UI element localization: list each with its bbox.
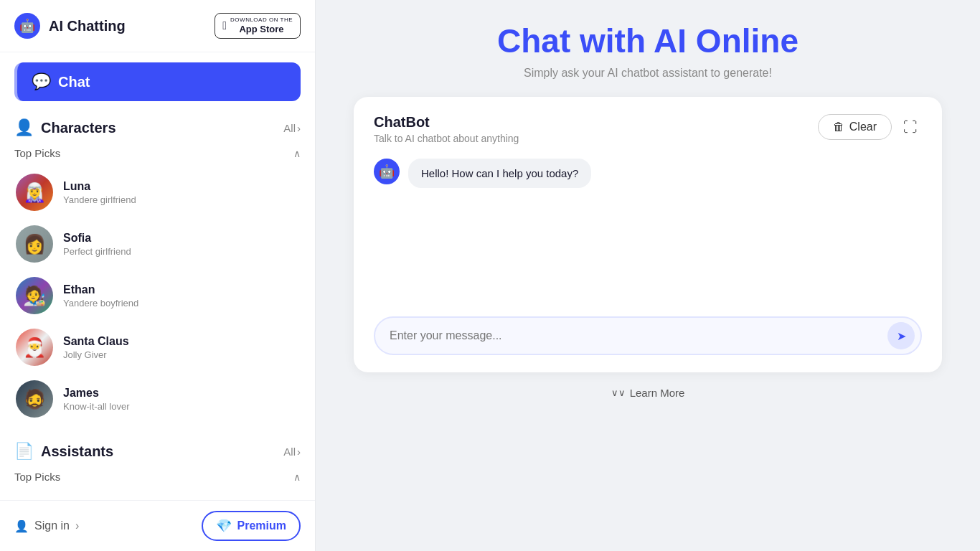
- bot-message-row: 🤖 Hello! How can I help you today?: [374, 159, 922, 188]
- characters-top-picks-row: Top Picks ∧: [0, 143, 315, 166]
- assistants-all-link[interactable]: All ›: [283, 446, 301, 458]
- characters-section-header: 👤 Characters All ›: [0, 108, 315, 143]
- character-item-james[interactable]: 🧔 James Know-it-all lover: [7, 373, 308, 425]
- assistants-title: Assistants: [41, 443, 113, 460]
- sidebar-header: 🤖 AI Chatting  Download on the App Stor…: [0, 0, 315, 52]
- characters-title: Characters: [41, 120, 116, 136]
- character-item-santa[interactable]: 🎅 Santa Claus Jolly Giver: [7, 321, 308, 373]
- assistants-section-header: 📄 Assistants All ›: [0, 432, 315, 466]
- character-desc-ethan: Yandere boyfriend: [63, 298, 299, 309]
- premium-button[interactable]: 💎 Premium: [202, 511, 301, 541]
- character-item-ethan[interactable]: 🧑‍🎨 Ethan Yandere boyfriend: [7, 270, 308, 321]
- send-button[interactable]: ➤: [887, 322, 915, 349]
- character-item-luna[interactable]: 🧝‍♀️ Luna Yandere girlfriend: [7, 166, 308, 218]
- assistants-top-picks-label: Top Picks: [14, 471, 60, 483]
- premium-label: Premium: [237, 519, 286, 532]
- fullscreen-icon: ⛶: [903, 119, 918, 135]
- learn-more-row[interactable]: ∨∨ Learn More: [611, 387, 685, 399]
- character-list: 🧝‍♀️ Luna Yandere girlfriend 👩 Sofia Per…: [0, 166, 315, 425]
- hero-subtitle: Simply ask your AI chatbot assistant to …: [497, 67, 798, 80]
- chat-icon: 💬: [32, 72, 51, 91]
- character-desc-santa: Jolly Giver: [63, 349, 299, 360]
- assistants-section: 📄 Assistants All › Top Picks ∧: [0, 425, 315, 490]
- chatbot-name: ChatBot: [374, 114, 818, 131]
- chevron-down-icon: ∨∨: [611, 387, 626, 398]
- avatar-luna: 🧝‍♀️: [16, 174, 53, 211]
- sign-in-button[interactable]: 👤 Sign in ›: [14, 519, 79, 533]
- avatar-james: 🧔: [16, 380, 53, 418]
- greeting-message: Hello! How can I help you today?: [408, 159, 591, 188]
- message-input-row: ➤: [374, 316, 922, 355]
- chat-nav-button[interactable]: 💬 Chat: [14, 62, 301, 101]
- assistants-top-picks-chevron-icon: ∧: [293, 471, 301, 483]
- character-desc-luna: Yandere girlfriend: [63, 194, 299, 205]
- hero-title: Chat with AI Online: [497, 22, 798, 61]
- logo-icon: 🤖: [14, 13, 40, 39]
- character-name-sofia: Sofia: [63, 232, 299, 245]
- character-desc-sofia: Perfect girlfriend: [63, 246, 299, 257]
- apple-icon: : [222, 19, 227, 32]
- character-item-sofia[interactable]: 👩 Sofia Perfect girlfriend: [7, 218, 308, 270]
- sidebar-footer: 👤 Sign in › 💎 Premium: [0, 500, 315, 551]
- sidebar: 🤖 AI Chatting  Download on the App Stor…: [0, 0, 316, 551]
- chatbot-card: ChatBot Talk to AI chatbot about anythin…: [354, 97, 942, 372]
- characters-icon: 👤: [14, 118, 34, 137]
- user-icon: 👤: [14, 519, 29, 533]
- avatar-ethan: 🧑‍🎨: [16, 277, 53, 314]
- send-icon: ➤: [897, 329, 906, 343]
- app-store-sub: Download on the: [230, 17, 293, 24]
- chat-messages: 🤖 Hello! How can I help you today?: [374, 159, 922, 316]
- character-name-luna: Luna: [63, 180, 299, 193]
- chatbot-card-header: ChatBot Talk to AI chatbot about anythin…: [374, 114, 922, 144]
- character-name-james: James: [63, 387, 299, 400]
- characters-all-link[interactable]: All ›: [283, 122, 301, 134]
- main-content: Chat with AI Online Simply ask your AI c…: [316, 0, 980, 551]
- fullscreen-button[interactable]: ⛶: [899, 115, 922, 140]
- app-title: AI Chatting: [49, 18, 126, 34]
- chatbot-tagline: Talk to AI chatbot about anything: [374, 133, 818, 144]
- assistants-chevron-right-icon: ›: [297, 446, 301, 458]
- bot-avatar: 🤖: [374, 159, 400, 184]
- clear-button[interactable]: 🗑 Clear: [818, 114, 892, 140]
- assistants-top-picks-row: Top Picks ∧: [0, 466, 315, 490]
- message-input[interactable]: [390, 329, 887, 342]
- app-store-button[interactable]:  Download on the App Store: [215, 13, 301, 38]
- avatar-sofia: 👩: [16, 225, 53, 263]
- character-name-santa: Santa Claus: [63, 335, 299, 348]
- top-picks-label: Top Picks: [14, 147, 60, 159]
- diamond-icon: 💎: [216, 518, 232, 534]
- avatar-santa: 🎅: [16, 329, 53, 366]
- sign-in-label: Sign in: [34, 519, 70, 532]
- sign-in-arrow-icon: ›: [75, 519, 79, 532]
- eraser-icon: 🗑: [833, 121, 844, 133]
- clear-label: Clear: [849, 121, 877, 133]
- hero-section: Chat with AI Online Simply ask your AI c…: [497, 22, 798, 80]
- character-desc-james: Know-it-all lover: [63, 401, 299, 412]
- chevron-right-icon: ›: [297, 122, 301, 134]
- app-store-name: App Store: [230, 24, 293, 35]
- chat-nav-label: Chat: [58, 74, 90, 90]
- learn-more-label: Learn More: [630, 387, 685, 399]
- top-picks-chevron-icon: ∧: [293, 148, 301, 159]
- character-name-ethan: Ethan: [63, 283, 299, 296]
- assistants-icon: 📄: [14, 442, 34, 461]
